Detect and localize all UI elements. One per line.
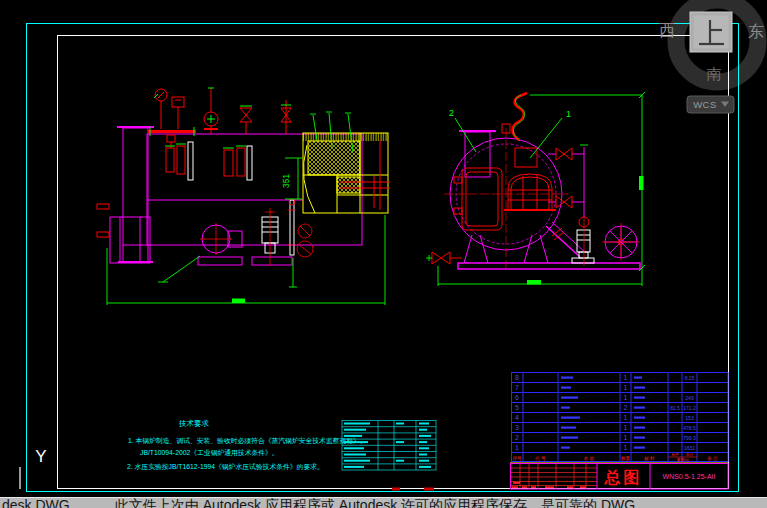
bom-no: 6 [515,394,519,401]
notes-line2: JB/T10094-2002《工业锅炉通用技术条件》。 [140,448,279,457]
bom-qty: 1 [624,384,628,391]
bom-qty: 1 [624,414,628,421]
viewcube-west-label[interactable]: 西 [659,22,675,39]
bom-unit: 81.5 [670,405,680,411]
bom-no: 2 [515,434,519,441]
title-block: 总图 WNS0.5-1.25-AII [511,464,729,490]
notes-line1: 1. 本锅炉制造、调试、安装、验收时必须符合《蒸汽锅炉安全技术监察规程》、 [128,437,367,445]
viewcube-south-label[interactable]: 南 [707,65,722,82]
notes-line3: 2. 水压实验按JB/T1612-1994《锅炉水压试验技术条件》的要求。 [127,463,324,471]
bom-no: 3 [515,424,519,431]
front-view-fan[interactable] [602,223,640,261]
bom-no: 5 [515,404,519,411]
tech-notes: 技术要求 1. 本锅炉制造、调试、安装、验收时必须符合《蒸汽锅炉安全技术监察规程… [127,419,367,471]
bom-total: 171.2 [683,405,696,411]
bom-header-seq: 序号 [513,456,523,461]
side-view[interactable]: 351 [97,88,390,305]
bom-header-material: 材 料 [643,456,655,462]
sheet-borders [27,24,739,492]
bom-total: 478.5 [683,425,696,431]
wcs-label: WCS [693,99,717,110]
status-bar: desk DWG。 此文件上次由 Autodesk 应用程序或 Autodesk… [0,497,767,508]
callout-1: 1 [566,109,571,119]
ucs-icon[interactable]: Y [20,447,47,489]
bom-header-remark: 备 注 [707,456,718,461]
side-view-fan[interactable] [198,223,242,265]
rear-smokebox[interactable] [303,133,390,213]
bom-qty: 2 [624,404,628,411]
notes-title: 技术要求 [178,419,210,428]
bom-no: 4 [515,414,519,421]
bom-qty: 1 [624,394,628,401]
bom-total: 153 [685,415,694,421]
side-view-pump[interactable] [252,199,313,266]
drawing-number: WNS0.5-1.25-AII [663,473,716,480]
bom-qty: 1 [624,374,628,381]
cad-application-window: 351 [0,0,767,508]
bom-header-code: 代 号 [534,456,546,461]
bom-no: 7 [515,384,519,391]
bom-no: 8 [515,374,519,381]
wcs-selector[interactable]: WCS [687,96,734,113]
bom-no: 1 [515,444,519,451]
bom-total: 1631 [684,445,695,451]
bom-total: 8.15 [685,375,695,381]
front-view-pump[interactable] [572,230,594,263]
viewcube-east-label[interactable]: 东 [748,23,764,40]
ucs-y-label: Y [35,447,46,466]
bom-header-unit: 单件 [671,452,679,457]
front-view-dimensions [426,92,645,286]
drawing-title: 总图 [604,469,643,486]
status-message: desk DWG。 此文件上次由 Autodesk 应用程序或 Autodesk… [2,498,649,508]
bom-header-total: 总计 [685,452,694,457]
callout-2: 2 [449,108,454,118]
dimension-351: 351 [281,174,291,188]
parameter-table [342,421,436,471]
bom-header-name: 名 称 [584,456,595,461]
bom-qty: 1 [624,434,628,441]
bom-qty: 1 [624,424,628,431]
bom-qty: 1 [624,444,628,451]
bom-total: 799.3 [683,435,696,441]
bom-total: 249 [685,395,694,401]
instrument-fittings[interactable] [148,88,291,148]
bom-header-weight: 重量kg [677,457,689,462]
front-view[interactable]: 1 2 [426,92,645,286]
bom-header-qty: 数量 [621,456,631,461]
bom-table: 8 7 6 5 4 3 2 1 1 1 1 2 1 1 1 1 8.15 249… [512,373,729,463]
drum-internals[interactable] [165,142,252,180]
cad-viewport[interactable]: 351 [0,0,767,508]
